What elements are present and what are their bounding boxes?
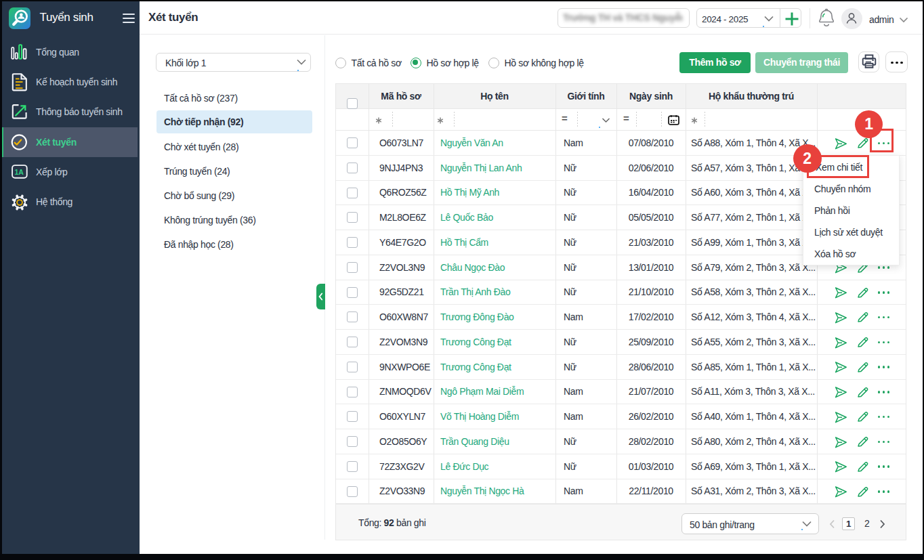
svg-text:1A: 1A: [14, 167, 24, 175]
